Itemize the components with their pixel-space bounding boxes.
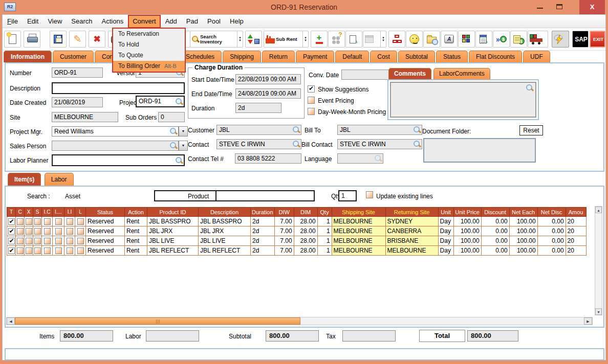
smiley-button[interactable] — [406, 31, 423, 48]
chevron-down-icon[interactable]: ▼▼ — [237, 31, 243, 47]
project-mgr-field[interactable]: Reed Williams — [52, 126, 179, 136]
sap-button[interactable]: SAP — [572, 31, 589, 48]
horizontal-scrollbar[interactable]: ◀ ▶ — [6, 317, 593, 325]
row-checkbox[interactable] — [77, 218, 84, 225]
chevron-down-icon[interactable]: ▼▼ — [302, 31, 308, 47]
menu-view[interactable]: View — [43, 15, 67, 28]
row-checkbox[interactable] — [77, 247, 84, 254]
row-checkbox[interactable] — [67, 238, 73, 244]
project-mgr-lookup-icon[interactable] — [170, 128, 177, 135]
product-input[interactable] — [215, 190, 315, 201]
description-field[interactable] — [52, 82, 185, 94]
duration-field[interactable]: 2d — [235, 103, 281, 113]
row-checkbox[interactable] — [77, 238, 84, 244]
save-button[interactable] — [50, 31, 67, 48]
delivery-truck-button[interactable] — [528, 31, 548, 48]
row-checkbox[interactable] — [26, 238, 32, 244]
menu-add[interactable]: Add — [161, 15, 182, 28]
project-field[interactable]: ORD-91 — [136, 96, 185, 107]
maximize-button[interactable] — [552, 0, 567, 14]
sub-rent-button[interactable]: Sub Rent▼▼ — [264, 31, 309, 48]
sales-person-field[interactable] — [52, 141, 179, 151]
end-datetime-field[interactable]: 24/08/2019 09:00 AM — [235, 88, 301, 99]
row-checkbox[interactable] — [8, 228, 15, 235]
menu-pad[interactable]: Pad — [182, 15, 203, 28]
menu-help[interactable]: Help — [225, 15, 248, 28]
menu-item-to-quote[interactable]: To Quote — [113, 50, 185, 61]
edit-button[interactable]: ✎ — [69, 31, 86, 48]
row-checkbox[interactable] — [26, 247, 32, 254]
tab-status[interactable]: Status — [436, 51, 468, 62]
scroll-down-icon[interactable]: ▼ — [595, 308, 602, 315]
tab-payment[interactable]: Payment — [296, 51, 334, 62]
add-line-button[interactable]: + — [311, 31, 328, 48]
document-folder-box[interactable] — [423, 138, 536, 163]
row-checkbox[interactable] — [26, 228, 32, 235]
notepad-button[interactable]: ✎ — [345, 31, 362, 48]
row-checkbox[interactable] — [34, 247, 41, 254]
delete-button[interactable]: ✖ — [89, 31, 105, 48]
project-mgr-dropdown[interactable]: ▼ — [179, 126, 188, 136]
update-lines-checkbox[interactable] — [366, 191, 373, 198]
table-row[interactable]: ReservedRentJBL JRXJBL JRX2d7.0028.001ME… — [7, 226, 587, 236]
table-row[interactable]: ReservedRentJBL LIVEJBL LIVE2d7.0028.001… — [7, 236, 587, 246]
sub-orders-field[interactable]: 0 — [158, 112, 185, 122]
scroll-left-icon[interactable]: ◀ — [7, 317, 15, 325]
row-checkbox[interactable] — [17, 247, 24, 254]
labor-planner-field[interactable] — [52, 154, 185, 166]
org-chart-button[interactable] — [388, 31, 405, 48]
new-document-button[interactable] — [4, 31, 21, 48]
row-checkbox[interactable] — [55, 238, 62, 244]
row-checkbox[interactable] — [44, 247, 51, 254]
table-row[interactable]: ReservedRentJBL REFLECTJBL REFLECT2d7.00… — [7, 246, 587, 256]
row-checkbox[interactable] — [55, 247, 62, 254]
menu-item-to-billing-order[interactable]: To Billing OrderAlt-B — [113, 61, 185, 72]
scrollbar-thumb[interactable] — [15, 317, 300, 325]
search-inventory-button[interactable]: Search Inventory▼▼ — [190, 31, 243, 48]
row-checkbox[interactable] — [34, 238, 41, 244]
row-checkbox[interactable] — [77, 228, 84, 235]
start-datetime-field[interactable]: 22/08/2019 09:00 AM — [235, 74, 301, 84]
row-checkbox[interactable] — [67, 218, 73, 225]
labor-planner-lookup-icon[interactable] — [176, 157, 183, 164]
close-button[interactable]: X — [579, 0, 605, 14]
tab-return[interactable]: Return — [262, 51, 295, 62]
payment-transfer-button[interactable]: »$ — [493, 31, 510, 48]
tab-udf[interactable]: UDF — [523, 51, 550, 62]
tab-subtotal[interactable]: Subtotal — [398, 51, 435, 62]
bill-to-lookup-icon[interactable] — [414, 126, 421, 133]
scroll-right-icon[interactable]: ▶ — [584, 317, 592, 325]
row-checkbox[interactable] — [67, 247, 73, 254]
menu-convert[interactable]: Convert — [128, 15, 161, 28]
color-blocks-button[interactable] — [458, 31, 475, 48]
contact-lookup-icon[interactable] — [293, 141, 300, 148]
bill-to-field[interactable]: JBL — [337, 125, 422, 135]
scroll-up-icon[interactable]: ▲ — [595, 207, 602, 213]
group-question-button[interactable] — [328, 31, 345, 48]
folder-history-button[interactable] — [423, 31, 440, 48]
menu-item-to-reservation[interactable]: To Reservation — [113, 29, 185, 39]
contact-field[interactable]: STEVE C IRWIN — [216, 139, 301, 149]
tab-default[interactable]: Default — [335, 51, 369, 62]
print-button[interactable] — [24, 31, 40, 48]
row-checkbox[interactable] — [55, 218, 62, 225]
menu-search[interactable]: Search — [67, 15, 97, 28]
row-checkbox[interactable] — [8, 218, 15, 225]
chevron-down-icon[interactable]: ▼▼ — [380, 31, 386, 47]
comments-lookup-icon[interactable] — [526, 84, 533, 92]
customer-field[interactable]: JBL — [216, 125, 301, 135]
menu-actions[interactable]: Actions — [97, 15, 128, 28]
minimize-button[interactable] — [532, 0, 548, 14]
event-pricing-checkbox[interactable] — [308, 97, 315, 104]
row-checkbox[interactable] — [44, 228, 51, 235]
sales-person-lookup-icon[interactable] — [170, 142, 177, 149]
tab-shipping[interactable]: Shipping — [223, 51, 261, 62]
contact-tel-field[interactable]: 03 8808 5222 — [235, 153, 301, 164]
row-checkbox[interactable] — [44, 218, 51, 225]
vertical-scrollbar[interactable]: ▲ ▼ — [595, 206, 602, 315]
reset-button[interactable]: Reset — [519, 125, 543, 135]
tab-labor[interactable]: Labor — [45, 173, 74, 186]
titlebar[interactable]: R2 ORD-91 Reservation X — [0, 0, 608, 14]
table-row[interactable]: ReservedRentJBL BASSPROJBL BASSPRO2d7.00… — [7, 217, 587, 226]
project-lookup-icon[interactable] — [176, 98, 183, 105]
